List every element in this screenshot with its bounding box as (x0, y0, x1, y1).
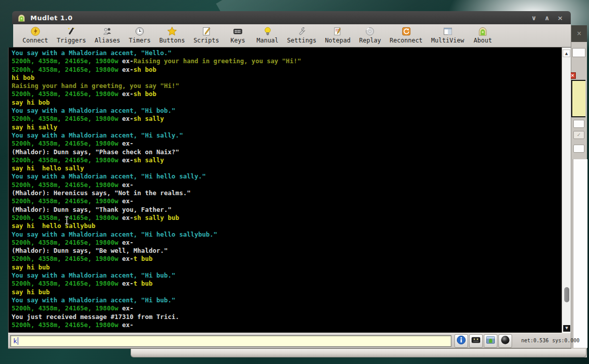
toolbar-item-label: Triggers (57, 37, 86, 44)
terminal-text-segment: 5200h, 4358m, 24165e, 19800w (12, 57, 122, 65)
scroll-up-icon[interactable]: ▲ (563, 50, 570, 57)
sys-latency-value: sys:0.000 (552, 338, 579, 343)
terminal-line: hi bob (12, 74, 562, 82)
toolbar-item-label: Replay (359, 37, 381, 44)
toolbar-item-about[interactable]: About (473, 26, 493, 44)
terminal-line: say hi bob (12, 99, 562, 107)
terminal-text-segment: say hi hello sallybub (12, 222, 96, 230)
terminal-text-segment: 5200h, 4358m, 24165e, 19800w (12, 181, 122, 189)
terminal-text-segment: (Mhaldor): Dunn says, "Be well, Mhaldor.… (12, 247, 168, 254)
minimize-button[interactable]: ∨ (527, 14, 540, 22)
cassette-button[interactable] (469, 334, 483, 348)
terminal-line: say hi bub (12, 263, 562, 271)
maximize-button[interactable]: ∧ (540, 14, 554, 22)
toolbar-item-manual[interactable]: Manual (257, 26, 278, 44)
window-title: Mudlet 1.0 (30, 14, 527, 22)
terminal-line: say hi sally (12, 123, 562, 131)
terminal-text-segment: Raising your hand in greeting, you say "… (12, 82, 179, 89)
input-bar: k net:0.536 sys:0.000 (8, 333, 571, 349)
terminal-text-segment: 5200h, 4358m, 24165e, 19800w (12, 280, 122, 287)
terminal-text-segment: ex- (122, 156, 134, 164)
terminal-line: You say with a Mhaldorian accent, "Hello… (12, 49, 562, 57)
terminal-text-segment: ex- (122, 197, 134, 205)
toolbar-item-label: Keys (231, 37, 245, 44)
toolbar-item-label: Manual (257, 37, 278, 44)
terminal-line: 5200h, 4358m, 24165e, 19800w ex-sh sally (12, 156, 562, 164)
title-bar[interactable]: Mudlet 1.0 ∨ ∧ × (12, 11, 571, 24)
toolbar-item-label: Buttons (159, 37, 185, 44)
desktop: × × ✓ Mudlet 1.0 ∨ ∧ × ConnectTriggersAl… (0, 0, 589, 364)
console-area: You say with a Mhaldorian accent, "Hello… (8, 48, 571, 333)
scrollbar[interactable]: ▲ ▼ (562, 48, 571, 333)
terminal-text-segment: ex- (122, 255, 134, 262)
command-input[interactable]: k (10, 335, 451, 347)
terminal-line: You say with a Mhaldorian accent, "Hi bu… (12, 296, 562, 304)
scroll-down-icon[interactable]: ▼ (563, 325, 570, 332)
terminal-line: say hi hello sally (12, 164, 562, 172)
info-button[interactable] (454, 334, 468, 348)
terminal-text-segment: ex- (122, 214, 134, 221)
toolbar-item-label: Reconnect (390, 37, 423, 44)
toolbar-item-label: Aliases (95, 37, 120, 44)
terminal-text-segment: ex- (122, 304, 134, 312)
terminal-text-segment: 5200h, 4358m, 24165e, 19800w (12, 140, 122, 147)
terminal-text-segment: 5200h, 4358m, 24165e, 19800w (12, 90, 122, 98)
about-icon (477, 26, 488, 36)
terminal-text-segment: sh bob (134, 66, 156, 73)
timers-icon (134, 26, 145, 36)
terminal-text-segment: ex- (122, 57, 134, 65)
terminal-text-segment: say hi sally (12, 123, 57, 131)
background-window-bottom-edge (131, 349, 586, 357)
terminal-text-segment: 5200h, 4358m, 24165e, 19800w (12, 304, 122, 312)
terminal-line: 5200h, 4358m, 24165e, 19800w ex-sh sally (12, 115, 562, 123)
keys-icon (232, 26, 243, 36)
terminal-text-segment: 5200h, 4358m, 24165e, 19800w (12, 321, 122, 329)
terminal-text-segment: 5200h, 4358m, 24165e, 19800w (12, 115, 122, 122)
manual-icon (262, 26, 273, 36)
terminal-text-segment: ex- (122, 140, 134, 147)
scrollbar-thumb[interactable] (564, 287, 569, 302)
toolbar-item-replay[interactable]: Replay (359, 26, 381, 44)
terminal-text-segment: hi bob (12, 74, 34, 81)
text-caret (18, 337, 19, 345)
toolbar-item-buttons[interactable]: Buttons (159, 26, 185, 44)
toolbar: ConnectTriggersAliasesTimersButtonsScrip… (13, 24, 571, 48)
terminal-line: 5200h, 4358m, 24165e, 19800w ex-t bub (12, 255, 562, 263)
terminal-text-segment: ex- (122, 280, 134, 287)
toolbar-item-label: Connect (23, 37, 49, 44)
toolbar-item-label: Timers (129, 37, 150, 44)
terminal-line: You say with a Mhaldorian accent, "Hi he… (12, 172, 562, 180)
multiview-icon (442, 26, 453, 36)
terminal-text-segment: say hi bub (12, 288, 50, 296)
sphere-button[interactable] (498, 334, 512, 348)
terminal-line: 5200h, 4358m, 24165e, 19800w ex- (12, 239, 562, 247)
toolbar-item-keys[interactable]: Keys (228, 26, 248, 44)
screen-button[interactable] (484, 334, 497, 348)
terminal-text-segment: 5200h, 4358m, 24165e, 19800w (12, 214, 122, 221)
toolbar-item-triggers[interactable]: Triggers (57, 26, 86, 44)
toolbar-item-settings[interactable]: Settings (287, 26, 316, 44)
toolbar-item-connect[interactable]: Connect (23, 26, 49, 44)
terminal-text-segment: say hi hello sally (12, 164, 84, 172)
toolbar-item-timers[interactable]: Timers (129, 26, 150, 44)
terminal-line: say hi hello sallybub (12, 222, 562, 230)
toolbar-item-reconnect[interactable]: Reconnect (390, 26, 423, 44)
sphere-icon (500, 335, 510, 347)
terminal-text-segment: sh sally bub (134, 214, 179, 221)
terminal-text-segment: sh bob (134, 90, 156, 98)
terminal-line: (Mhaldor): Dunn says, "Be well, Mhaldor.… (12, 247, 562, 255)
close-button[interactable]: × (554, 14, 567, 22)
toolbar-item-multiview[interactable]: MultiView (431, 26, 464, 44)
replay-icon (364, 26, 375, 36)
terminal-line: 5200h, 4358m, 24165e, 19800w ex- (12, 304, 562, 312)
terminal-text-segment: sh sally (134, 156, 164, 164)
toolbar-item-notepad[interactable]: Notepad (325, 26, 351, 44)
terminal-line: 5200h, 4358m, 24165e, 19800w ex-t bub (12, 280, 562, 288)
toolbar-item-aliases[interactable]: Aliases (95, 26, 120, 44)
terminal-text-segment: You say with a Mhaldorian accent, "Hi bu… (12, 271, 176, 279)
background-window-button (573, 145, 584, 153)
reconnect-icon (401, 26, 412, 36)
toolbar-item-scripts[interactable]: Scripts (193, 26, 219, 44)
terminal-text-segment: 5200h, 4358m, 24165e, 19800w (12, 239, 122, 246)
terminal-output[interactable]: You say with a Mhaldorian accent, "Hello… (9, 48, 562, 333)
